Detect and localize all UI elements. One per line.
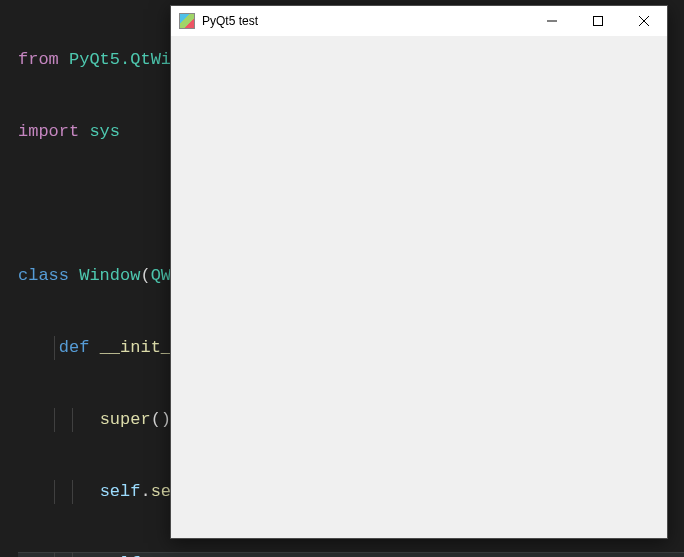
space xyxy=(89,338,99,357)
maximize-button[interactable] xyxy=(575,6,621,36)
window-client-area[interactable] xyxy=(171,36,667,538)
indent-guide xyxy=(54,408,55,432)
self-ref: self xyxy=(100,482,141,501)
indent xyxy=(18,482,100,501)
keyword-class: class xyxy=(18,266,69,285)
code-line: self.set xyxy=(18,552,684,557)
window-title: PyQt5 test xyxy=(202,9,258,33)
paren: ( xyxy=(140,266,150,285)
dot: . xyxy=(140,482,150,501)
module-name: sys xyxy=(89,122,120,141)
space xyxy=(59,50,69,69)
space xyxy=(69,266,79,285)
indent-guide xyxy=(54,552,55,557)
svg-rect-1 xyxy=(594,17,603,26)
class-name: Window xyxy=(79,266,140,285)
indent xyxy=(18,338,59,357)
close-icon xyxy=(639,16,649,26)
keyword-import: import xyxy=(18,122,79,141)
keyword-def: def xyxy=(59,338,90,357)
window-titlebar[interactable]: PyQt5 test xyxy=(171,6,667,36)
indent-guide xyxy=(72,408,73,432)
window-controls xyxy=(529,6,667,36)
indent-guide xyxy=(72,552,73,557)
close-button[interactable] xyxy=(621,6,667,36)
module-name: PyQt5.QtWid xyxy=(69,50,181,69)
indent-guide xyxy=(54,336,55,360)
minimize-button[interactable] xyxy=(529,6,575,36)
app-icon xyxy=(179,13,195,29)
builtin-super: super xyxy=(100,410,151,429)
indent-guide xyxy=(72,480,73,504)
maximize-icon xyxy=(593,16,603,26)
method-name: __init__ xyxy=(100,338,182,357)
space xyxy=(79,122,89,141)
paren: () xyxy=(151,410,171,429)
keyword-from: from xyxy=(18,50,59,69)
minimize-icon xyxy=(547,16,557,26)
indent xyxy=(18,410,100,429)
indent-guide xyxy=(54,480,55,504)
pyqt-window[interactable]: PyQt5 test xyxy=(170,5,668,539)
